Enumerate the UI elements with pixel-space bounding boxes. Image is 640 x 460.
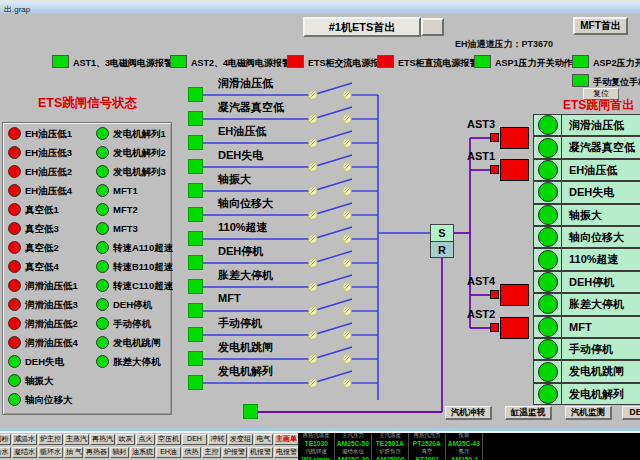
alarm-indicator-label: AST2、4电磁阀电源报警 <box>191 57 291 70</box>
taskbar-button[interactable]: 冲转 <box>208 434 227 445</box>
trip-signal-lamp <box>8 336 21 349</box>
first-out-lamp-cell <box>533 248 562 270</box>
taskbar-button[interactable]: 发变组 <box>228 434 253 445</box>
readout-header: 炉膛负压 <box>379 447 401 455</box>
readout-header: 氢压 <box>459 447 470 455</box>
trip-signal-label: 转速B110超速 <box>113 261 173 274</box>
trip-signal-lamp <box>8 279 21 292</box>
readout-value: AM25C-50 <box>337 440 369 447</box>
first-out-lamp-cell <box>533 136 562 158</box>
trip-signal-label: 润滑油压低3 <box>25 299 78 312</box>
alarm-indicator-label: 手动复位手柄 <box>593 76 640 89</box>
ladder-signal-label: MFT <box>218 292 241 304</box>
first-out-lamp <box>538 182 558 202</box>
taskbar-button[interactable]: 轴封 <box>110 447 129 458</box>
taskbar-button[interactable]: 机报警 <box>248 447 273 458</box>
readout-column: 再热汽压力PT2526A真空PT2801 <box>409 433 446 460</box>
taskbar-button[interactable]: 主画单 <box>274 434 299 445</box>
taskbar-button[interactable]: EH油 <box>156 447 181 458</box>
trip-signal-lamp <box>96 279 109 292</box>
taskbar-button[interactable]: 循环水 <box>38 447 63 458</box>
ast-output-label: AST1 <box>467 150 495 162</box>
ladder-signal-label: 发电机跳闸 <box>218 340 273 355</box>
first-out-row: 凝汽器真空低 <box>533 136 640 158</box>
trip-signal-label: MFT2 <box>113 204 138 215</box>
trip-signal-label: 真空低1 <box>25 204 59 217</box>
trip-signal-label: 真空低4 <box>25 261 59 274</box>
process-readouts-panel: 再热汽温度TE1030汽机转速W3 r/min主汽压力AM25C-50凝结水位A… <box>298 433 640 460</box>
taskbar-button[interactable]: 供热 <box>182 447 201 458</box>
readout-value: PT2801 <box>415 456 438 460</box>
ast-output-box <box>500 127 529 149</box>
taskbar-button[interactable]: 油系统 <box>130 447 155 458</box>
taskbar-button[interactable]: 电报警 <box>274 447 299 458</box>
taskbar-button[interactable]: DEH <box>182 434 207 445</box>
trip-signal-lamp <box>8 317 21 330</box>
nav-button[interactable]: 缸温监视 <box>505 406 552 420</box>
trip-signal-lamp <box>96 146 109 159</box>
taskbar-button[interactable]: 再热汽 <box>90 434 115 445</box>
ets-first-out-aux-button[interactable] <box>421 18 444 36</box>
trip-signal-lamp <box>8 260 21 273</box>
nav-button[interactable]: 汽机冲转 <box>445 406 492 420</box>
first-out-label: 轴振大 <box>561 204 640 226</box>
readout-column: 主汽压力AM25C-50凝结水位AM25C-30 <box>335 433 372 460</box>
trip-signal-lamp <box>96 165 109 178</box>
first-out-lamp-cell <box>533 226 562 248</box>
ladder-input-indicator <box>188 327 203 342</box>
ladder-signal-label: 轴向位移大 <box>218 196 273 211</box>
trip-signal-label: 发电机解列3 <box>113 166 166 179</box>
readout-value: AM25C-30 <box>337 456 369 460</box>
first-out-lamp <box>538 138 558 158</box>
trip-signal-lamp <box>8 127 21 140</box>
ladder-input-indicator <box>188 87 203 102</box>
first-out-lamp <box>538 205 558 225</box>
ladder-input-indicator <box>188 111 203 126</box>
ladder-signal-label: EH油压低 <box>218 124 266 139</box>
readout-header: 主汽温度 <box>379 433 401 439</box>
trip-signal-label: 轴振大 <box>25 375 54 388</box>
trip-signal-lamp <box>96 203 109 216</box>
trip-signal-lamp <box>96 241 109 254</box>
taskbar-button[interactable]: 抽 气 <box>64 447 83 458</box>
first-out-label: 润滑油压低 <box>561 114 640 136</box>
alarm-indicator-lamp <box>572 74 589 87</box>
first-out-lamp <box>538 250 558 270</box>
taskbar-button[interactable]: 电气 <box>254 434 273 445</box>
ladder-signal-label: 胀差大停机 <box>218 268 273 283</box>
taskbar-button[interactable]: 空压机 <box>156 434 181 445</box>
taskbar-button[interactable]: 炉报警 <box>222 447 247 458</box>
taskbar-button[interactable]: 炉主控 <box>38 434 63 445</box>
first-out-lamp <box>538 160 558 180</box>
first-out-label: 凝汽器真空低 <box>561 136 640 158</box>
taskbar-button[interactable]: 主蒸汽 <box>64 434 89 445</box>
ast-connector-square <box>490 290 499 299</box>
taskbar-button[interactable]: 凝结水 <box>12 447 37 458</box>
trip-signal-lamp <box>96 127 109 140</box>
trip-signal-label: 润滑油压低1 <box>25 280 78 293</box>
taskbar-button[interactable]: 吹灰 <box>116 434 135 445</box>
alarm-indicator-label: AST1、3电磁阀电源报警 <box>73 57 173 70</box>
first-out-label: 110%超速 <box>561 248 640 270</box>
taskbar-button[interactable]: 制粉 <box>0 434 11 445</box>
trip-signal-label: EH油压低2 <box>25 166 72 179</box>
taskbar-button[interactable]: 再热器 <box>84 447 109 458</box>
nav-button[interactable]: 汽机监测 <box>565 406 612 420</box>
first-out-label: 胀差大停机 <box>561 293 640 315</box>
ast-connector-square <box>490 323 499 332</box>
first-out-lamp-cell <box>533 316 562 338</box>
nav-button[interactable]: DEH <box>622 406 640 420</box>
first-out-label: 发电机跳闸 <box>561 360 640 382</box>
taskbar-button[interactable]: 减温水 <box>12 434 37 445</box>
first-out-lamp <box>538 384 558 404</box>
trip-signal-label: 胀差大停机 <box>113 356 161 369</box>
readout-column: 主汽温度TE2501A炉膛负压AM25000 <box>372 433 409 460</box>
taskbar-button[interactable]: 点火 <box>136 434 155 445</box>
taskbar-button[interactable]: 主控 <box>202 447 221 458</box>
taskbar-button[interactable]: 给水 <box>0 447 11 458</box>
ets-first-out-button[interactable]: #1机ETS首出 <box>303 17 421 37</box>
readout-header: 真空 <box>422 447 433 455</box>
mft-first-out-button[interactable]: MFT首出 <box>573 17 628 35</box>
first-out-lamp <box>538 294 558 314</box>
first-out-lamp-cell <box>533 360 562 382</box>
